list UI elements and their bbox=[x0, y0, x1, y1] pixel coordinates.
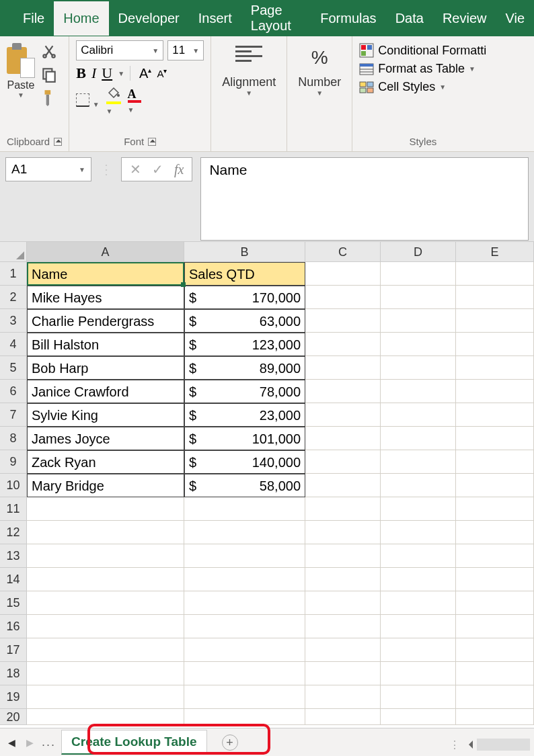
cell[interactable] bbox=[305, 591, 381, 615]
row-header[interactable]: 3 bbox=[0, 309, 27, 333]
italic-button[interactable]: I bbox=[91, 65, 96, 82]
sheet-nav-next[interactable]: ▶ bbox=[24, 737, 36, 748]
sheet-menu-icon[interactable]: ... bbox=[42, 735, 56, 749]
cell[interactable] bbox=[456, 403, 534, 427]
cell[interactable] bbox=[184, 638, 305, 662]
row-header[interactable]: 17 bbox=[0, 638, 27, 662]
cell[interactable] bbox=[27, 591, 184, 615]
bold-button[interactable]: B bbox=[76, 65, 86, 82]
font-name-select[interactable]: Calibri▼ bbox=[76, 40, 163, 60]
cell[interactable] bbox=[381, 615, 456, 638]
row-header[interactable]: 5 bbox=[0, 356, 27, 380]
cell[interactable] bbox=[456, 262, 534, 286]
cell[interactable]: Charlie Pendergrass bbox=[27, 309, 184, 333]
row-header[interactable]: 6 bbox=[0, 380, 27, 403]
cell[interactable] bbox=[456, 662, 534, 685]
grow-font-button[interactable]: A▴ bbox=[139, 66, 151, 81]
row-header[interactable]: 9 bbox=[0, 450, 27, 474]
cell[interactable] bbox=[456, 685, 534, 709]
cell[interactable]: Bill Halston bbox=[27, 333, 184, 356]
tab-formulas[interactable]: Formulas bbox=[311, 1, 385, 36]
chevron-down-icon[interactable]: ▼ bbox=[298, 89, 341, 97]
tab-home[interactable]: Home bbox=[54, 1, 108, 36]
row-header[interactable]: 10 bbox=[0, 474, 27, 497]
fx-icon[interactable]: fx bbox=[174, 162, 184, 177]
cell[interactable]: Janice Crawford bbox=[27, 380, 184, 403]
tab-insert[interactable]: Insert bbox=[189, 1, 241, 36]
cell[interactable] bbox=[456, 521, 534, 544]
cell[interactable]: $78,000 bbox=[184, 380, 305, 403]
cell[interactable] bbox=[381, 262, 456, 286]
cell[interactable] bbox=[184, 685, 305, 709]
cell[interactable] bbox=[27, 544, 184, 568]
conditional-formatting-button[interactable]: Conditional Formatti bbox=[359, 43, 486, 58]
cell[interactable] bbox=[456, 427, 534, 450]
cell[interactable]: Mary Bridge bbox=[27, 474, 184, 497]
column-header[interactable]: C bbox=[305, 242, 381, 261]
cancel-formula-icon[interactable]: ✕ bbox=[130, 161, 141, 177]
cell[interactable] bbox=[305, 427, 381, 450]
cell[interactable] bbox=[381, 474, 456, 497]
cell[interactable]: James Joyce bbox=[27, 427, 184, 450]
add-sheet-button[interactable]: + bbox=[222, 734, 238, 751]
cut-icon[interactable] bbox=[40, 43, 58, 60]
font-color-button[interactable]: A ▼ bbox=[128, 87, 141, 115]
format-as-table-button[interactable]: Format as Table ▼ bbox=[359, 62, 486, 76]
cell[interactable] bbox=[27, 685, 184, 709]
cell[interactable] bbox=[456, 286, 534, 309]
cell[interactable] bbox=[184, 662, 305, 685]
column-header[interactable]: D bbox=[381, 242, 456, 261]
row-header[interactable]: 8 bbox=[0, 427, 27, 450]
cell[interactable] bbox=[456, 638, 534, 662]
chevron-down-icon[interactable]: ▼ bbox=[222, 89, 276, 97]
cell[interactable] bbox=[381, 544, 456, 568]
cell[interactable] bbox=[184, 568, 305, 591]
paste-button[interactable]: Paste ▼ bbox=[7, 40, 35, 106]
chevron-down-icon[interactable]: ▼ bbox=[7, 91, 35, 99]
cell[interactable] bbox=[456, 591, 534, 615]
row-header[interactable]: 7 bbox=[0, 403, 27, 427]
cell[interactable] bbox=[27, 638, 184, 662]
cell[interactable] bbox=[456, 474, 534, 497]
cell[interactable] bbox=[456, 450, 534, 474]
cell[interactable] bbox=[184, 544, 305, 568]
underline-button[interactable]: U bbox=[102, 65, 112, 82]
cell[interactable]: Mike Hayes bbox=[27, 286, 184, 309]
cell[interactable]: $23,000 bbox=[184, 403, 305, 427]
cell[interactable]: $63,000 bbox=[184, 309, 305, 333]
cell[interactable] bbox=[27, 662, 184, 685]
cell[interactable] bbox=[381, 450, 456, 474]
cell[interactable] bbox=[381, 709, 456, 725]
cell[interactable] bbox=[381, 427, 456, 450]
cell[interactable] bbox=[381, 356, 456, 380]
column-header[interactable]: E bbox=[456, 242, 534, 261]
tab-review[interactable]: Review bbox=[433, 1, 496, 36]
tab-developer[interactable]: Developer bbox=[109, 1, 189, 36]
row-header[interactable]: 16 bbox=[0, 615, 27, 638]
cell[interactable] bbox=[456, 309, 534, 333]
cell[interactable] bbox=[305, 638, 381, 662]
cell[interactable] bbox=[456, 568, 534, 591]
accept-formula-icon[interactable]: ✓ bbox=[152, 161, 163, 177]
cell-styles-button[interactable]: Cell Styles ▼ bbox=[359, 80, 486, 94]
cell[interactable] bbox=[381, 403, 456, 427]
cell[interactable] bbox=[305, 403, 381, 427]
sheet-nav-prev[interactable]: ◀ bbox=[5, 737, 18, 748]
cell[interactable] bbox=[381, 662, 456, 685]
cell[interactable] bbox=[305, 262, 381, 286]
row-header[interactable]: 12 bbox=[0, 521, 27, 544]
tab-data[interactable]: Data bbox=[386, 1, 433, 36]
row-header[interactable]: 14 bbox=[0, 568, 27, 591]
cell[interactable] bbox=[305, 662, 381, 685]
cell[interactable] bbox=[27, 521, 184, 544]
cell[interactable]: Sylvie King bbox=[27, 403, 184, 427]
cell[interactable]: $58,000 bbox=[184, 474, 305, 497]
row-header[interactable]: 4 bbox=[0, 333, 27, 356]
name-box[interactable]: A1▼ bbox=[5, 157, 91, 181]
cell[interactable]: Name bbox=[27, 262, 184, 286]
cell[interactable] bbox=[381, 521, 456, 544]
row-header[interactable]: 19 bbox=[0, 685, 27, 709]
fill-color-button[interactable]: ▼ bbox=[106, 86, 121, 116]
cell[interactable] bbox=[27, 615, 184, 638]
cell[interactable] bbox=[305, 356, 381, 380]
